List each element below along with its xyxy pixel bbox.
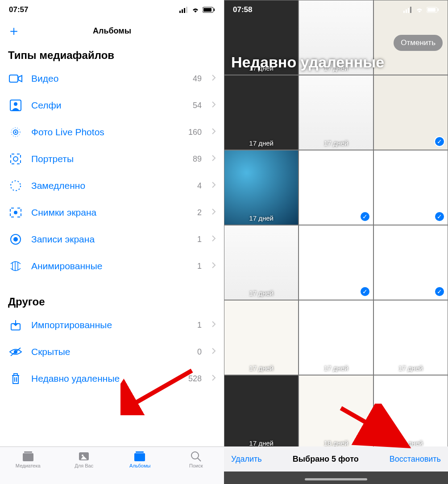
album-row-label: Снимки экрана xyxy=(31,207,189,218)
chevron-right-icon xyxy=(212,128,216,137)
svg-point-9 xyxy=(14,102,17,106)
video-icon xyxy=(8,74,23,83)
search-icon xyxy=(189,451,203,462)
svg-rect-30 xyxy=(403,11,405,13)
photo-thumbnail[interactable]: ✓ xyxy=(373,225,448,300)
cancel-button[interactable]: Отменить xyxy=(394,35,443,51)
photo-thumbnail[interactable]: 17 дней xyxy=(299,75,373,150)
svg-rect-36 xyxy=(438,8,439,11)
status-time: 07:58 xyxy=(233,5,252,14)
photo-thumbnail[interactable]: 18 дней xyxy=(299,375,373,450)
album-row-count: 160 xyxy=(188,128,202,137)
chevron-right-icon xyxy=(212,347,216,356)
album-row-label: Замедленно xyxy=(31,180,189,191)
cellular-icon xyxy=(179,7,188,13)
photo-thumbnail[interactable]: ✓ xyxy=(373,150,448,225)
svg-point-24 xyxy=(82,455,83,456)
album-row-count: 1 xyxy=(197,262,202,271)
tab-bar: Медиатека Для Вас Альбомы Поиск xyxy=(0,446,224,484)
photo-thumbnail[interactable]: 17 дней xyxy=(224,150,299,225)
days-remaining: 17 дней xyxy=(224,139,298,147)
album-row-label: Записи экрана xyxy=(31,234,189,245)
svg-point-17 xyxy=(13,237,18,242)
chevron-right-icon xyxy=(212,181,216,190)
home-indicator xyxy=(305,478,367,480)
chevron-right-icon xyxy=(212,262,216,271)
photo-thumbnail[interactable]: 17 дней xyxy=(373,300,448,375)
album-row-animated[interactable]: Анимированные 1 xyxy=(0,253,224,280)
restore-button[interactable]: Восстановить xyxy=(390,455,441,464)
albums-screen: 07:57 ＋ Альбомы Типы медиафайлов Видео 4… xyxy=(0,0,224,484)
live-icon xyxy=(8,126,23,138)
album-row-count: 0 xyxy=(197,347,202,357)
add-button[interactable]: ＋ xyxy=(7,22,21,40)
album-row-live[interactable]: Фото Live Photos 160 xyxy=(0,119,224,146)
album-row-hidden[interactable]: Скрытые 0 xyxy=(0,338,224,365)
photo-thumbnail[interactable]: ✓ xyxy=(373,75,448,150)
battery-icon xyxy=(203,7,215,13)
album-row-selfie[interactable]: Селфи 54 xyxy=(0,92,224,119)
tab-label: Медиатека xyxy=(16,463,41,468)
svg-rect-22 xyxy=(24,451,32,453)
svg-rect-35 xyxy=(427,8,436,12)
svg-point-27 xyxy=(191,452,199,459)
delete-button[interactable]: Удалить xyxy=(231,455,262,464)
svg-rect-0 xyxy=(179,11,181,13)
chevron-right-icon xyxy=(212,208,216,217)
photo-thumbnail[interactable]: 17 дней xyxy=(224,375,299,450)
trash-icon xyxy=(8,373,23,384)
photo-thumbnail[interactable]: 17 дней xyxy=(224,225,299,300)
svg-rect-7 xyxy=(9,75,18,82)
photo-thumbnail[interactable]: ✓ xyxy=(299,225,373,300)
hidden-icon xyxy=(8,347,23,357)
album-row-screenrec[interactable]: Записи экрана 1 xyxy=(0,226,224,253)
photo-thumbnail[interactable]: 18 дней xyxy=(373,375,448,450)
album-row-slowmo[interactable]: Замедленно 4 xyxy=(0,172,224,199)
selected-checkmark-icon: ✓ xyxy=(360,286,370,297)
selection-count: Выбрано 5 фото xyxy=(293,455,359,464)
photo-thumbnail[interactable]: 17 дней xyxy=(299,300,373,375)
album-row-count: 89 xyxy=(193,154,202,164)
tab-search[interactable]: Поиск xyxy=(168,447,224,484)
days-remaining: 17 дней xyxy=(299,139,373,147)
status-time: 07:57 xyxy=(9,5,28,14)
album-row-count: 1 xyxy=(197,321,202,330)
action-bar: Удалить Выбрано 5 фото Восстановить xyxy=(224,446,448,471)
status-icons xyxy=(179,7,215,13)
status-icons xyxy=(403,7,439,13)
album-row-screenshot[interactable]: Снимки экрана 2 xyxy=(0,199,224,226)
album-row-portrait[interactable]: Портреты 89 xyxy=(0,146,224,172)
album-row-label: Видео xyxy=(31,73,185,84)
screenshot-icon xyxy=(8,207,23,218)
selected-checkmark-icon: ✓ xyxy=(434,211,445,222)
album-row-label: Селфи xyxy=(31,100,185,111)
album-row-count: 54 xyxy=(193,101,202,110)
albums-header: ＋ Альбомы xyxy=(0,20,224,42)
photo-thumbnail[interactable]: 17 дней xyxy=(224,75,299,150)
album-row-video[interactable]: Видео 49 xyxy=(0,65,224,92)
chevron-right-icon xyxy=(212,321,216,330)
photo-thumbnail[interactable]: 17 дней xyxy=(224,300,299,375)
tab-library[interactable]: Медиатека xyxy=(0,447,56,484)
album-row-label: Скрытые xyxy=(31,346,189,357)
svg-point-15 xyxy=(14,211,17,214)
chevron-right-icon xyxy=(212,154,216,163)
chevron-right-icon xyxy=(212,374,216,383)
album-row-count: 1 xyxy=(197,235,202,244)
tab-albums[interactable]: Альбомы xyxy=(112,447,168,484)
album-row-trash[interactable]: Недавно удаленные 528 xyxy=(0,365,224,392)
album-row-import[interactable]: Импортированные 1 xyxy=(0,312,224,338)
days-remaining: 18 дней xyxy=(299,439,373,447)
tab-for-you[interactable]: Для Вас xyxy=(56,447,112,484)
chevron-right-icon xyxy=(212,235,216,244)
battery-icon xyxy=(427,7,439,13)
album-row-count: 49 xyxy=(193,74,202,83)
chevron-right-icon xyxy=(212,101,216,110)
animated-icon xyxy=(8,260,23,272)
svg-rect-5 xyxy=(203,8,212,12)
selfie-icon xyxy=(8,100,23,111)
screenrec-icon xyxy=(8,234,23,245)
photo-thumbnail[interactable]: ✓ xyxy=(299,150,373,225)
days-remaining: 17 дней xyxy=(224,214,298,222)
svg-rect-1 xyxy=(182,9,183,13)
